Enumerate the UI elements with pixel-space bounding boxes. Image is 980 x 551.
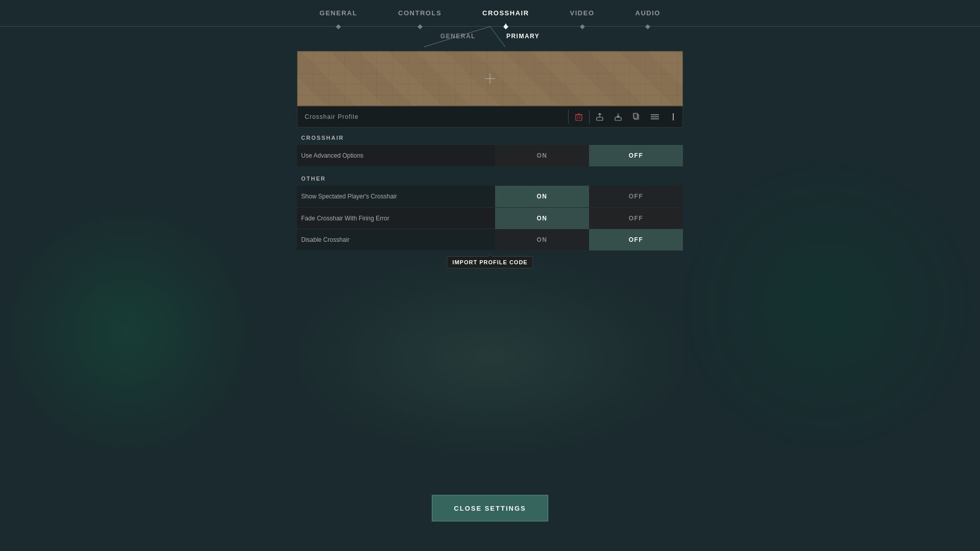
close-settings-button[interactable]: CLOSE SETTINGS	[432, 495, 548, 521]
advanced-options-on-button[interactable]: On	[495, 145, 589, 166]
tab-controls-label: CONTROLS	[398, 9, 442, 17]
advanced-options-label: Use Advanced Options	[297, 152, 495, 159]
spectated-crosshair-label: Show Spectated Player's Crosshair	[297, 193, 495, 200]
subnav-general-label: GENERAL	[440, 33, 476, 40]
reticle-vertical	[490, 73, 491, 84]
main-content: Crosshair Profile	[297, 51, 683, 252]
crosshair-section: CROSSHAIR Use Advanced Options On Off	[297, 128, 683, 166]
disable-on-button[interactable]: On	[495, 229, 589, 251]
crosshair-reticle	[485, 73, 495, 84]
crosshair-section-header: CROSSHAIR	[297, 128, 683, 145]
tab-audio-label: AUDIO	[635, 9, 660, 17]
sub-nav: GENERAL PRIMARY	[0, 27, 980, 43]
crosshair-preview	[297, 51, 683, 106]
advanced-options-row: Use Advanced Options On Off	[297, 145, 683, 166]
delete-profile-button[interactable]	[570, 108, 588, 126]
fade-crosshair-label: Fade Crosshair With Firing Error	[297, 215, 495, 222]
svg-rect-7	[597, 117, 603, 120]
other-section: OTHER Show Spectated Player's Crosshair …	[297, 168, 683, 250]
export-profile-button[interactable]	[591, 108, 609, 126]
spectated-off-button[interactable]: Off	[589, 186, 683, 207]
other-section-header: OTHER	[297, 168, 683, 186]
tab-crosshair[interactable]: CROSSHAIR	[462, 0, 550, 27]
disable-crosshair-label: Disable Crosshair	[297, 236, 495, 243]
other-settings-table: Show Spectated Player's Crosshair On Off…	[297, 186, 683, 250]
close-settings-label: CLOSE SETTINGS	[454, 505, 526, 512]
disable-crosshair-toggle: On Off	[495, 229, 683, 251]
info-profile-button[interactable]	[664, 108, 682, 126]
profile-toolbar: Crosshair Profile	[297, 106, 683, 128]
svg-rect-12	[633, 113, 638, 118]
toolbar-divider-2	[589, 110, 590, 124]
disable-off-button[interactable]: Off	[589, 229, 683, 251]
advanced-options-off-button[interactable]: Off	[589, 145, 683, 166]
fade-off-button[interactable]: Off	[589, 208, 683, 229]
svg-rect-9	[615, 117, 621, 120]
list-profile-button[interactable]	[646, 108, 664, 126]
spectated-on-button[interactable]: On	[495, 186, 589, 207]
tab-controls[interactable]: CONTROLS	[378, 0, 462, 27]
fade-crosshair-row: Fade Crosshair With Firing Error On Off	[297, 207, 683, 229]
advanced-options-toggle: On Off	[495, 145, 683, 166]
tab-general-label: GENERAL	[320, 9, 357, 17]
copy-profile-button[interactable]	[627, 108, 646, 126]
crosshair-settings-table: Use Advanced Options On Off	[297, 145, 683, 166]
disable-crosshair-row: Disable Crosshair On Off	[297, 229, 683, 250]
profile-name-label: Crosshair Profile	[298, 113, 567, 120]
svg-rect-2	[576, 115, 582, 120]
tab-crosshair-label: CROSSHAIR	[482, 9, 529, 17]
toolbar-divider-1	[568, 110, 569, 124]
tab-video[interactable]: VIDEO	[550, 0, 615, 27]
import-profile-button[interactable]: IMPORT PROFILE CODE	[609, 108, 627, 126]
tab-general[interactable]: GENERAL	[299, 0, 378, 27]
top-nav: GENERAL CONTROLS CROSSHAIR VIDEO AUDIO	[0, 0, 980, 27]
subnav-primary[interactable]: PRIMARY	[491, 30, 555, 43]
tab-audio[interactable]: AUDIO	[615, 0, 681, 27]
import-tooltip: IMPORT PROFILE CODE	[447, 256, 533, 268]
subnav-primary-label: PRIMARY	[506, 33, 540, 40]
tab-video-label: VIDEO	[570, 9, 595, 17]
fade-crosshair-toggle: On Off	[495, 208, 683, 229]
spectated-crosshair-row: Show Spectated Player's Crosshair On Off	[297, 186, 683, 207]
fade-on-button[interactable]: On	[495, 208, 589, 229]
subnav-general[interactable]: GENERAL	[425, 30, 491, 43]
spectated-crosshair-toggle: On Off	[495, 186, 683, 207]
